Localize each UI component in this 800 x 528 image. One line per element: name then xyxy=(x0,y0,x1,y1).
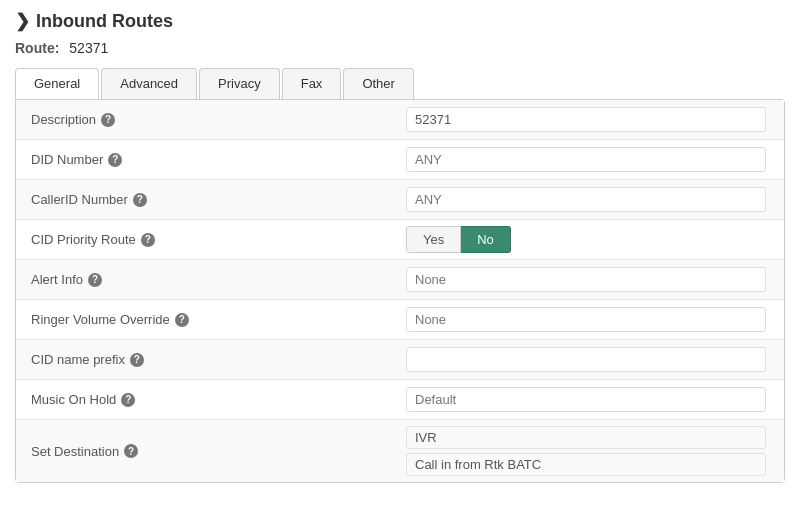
tabs-bar: General Advanced Privacy Fax Other xyxy=(15,68,785,99)
field-row-description: Description ? xyxy=(16,100,784,140)
help-icon-cid-priority-route[interactable]: ? xyxy=(141,233,155,247)
field-value-set-destination: IVR Call in from Rtk BATC xyxy=(396,420,784,482)
field-label-description: Description ? xyxy=(16,104,396,135)
field-label-callerid-number: CallerID Number ? xyxy=(16,184,396,215)
field-label-set-destination: Set Destination ? xyxy=(16,436,396,467)
field-label-alert-info: Alert Info ? xyxy=(16,264,396,295)
toggle-yes-button[interactable]: Yes xyxy=(406,226,461,253)
destination-box: IVR Call in from Rtk BATC xyxy=(406,426,774,476)
label-text-did-number: DID Number xyxy=(31,152,103,167)
field-value-cid-name-prefix xyxy=(396,341,784,378)
field-row-alert-info: Alert Info ? xyxy=(16,260,784,300)
page-heading-text: Inbound Routes xyxy=(36,11,173,32)
label-text-callerid-number: CallerID Number xyxy=(31,192,128,207)
field-value-ringer-volume-override xyxy=(396,301,784,338)
help-icon-description[interactable]: ? xyxy=(101,113,115,127)
field-row-cid-name-prefix: CID name prefix ? xyxy=(16,340,784,380)
route-value: 52371 xyxy=(69,40,108,56)
input-description[interactable] xyxy=(406,107,766,132)
input-cid-name-prefix[interactable] xyxy=(406,347,766,372)
field-row-cid-priority-route: CID Priority Route ? Yes No xyxy=(16,220,784,260)
field-row-callerid-number: CallerID Number ? xyxy=(16,180,784,220)
page-container: ❯ Inbound Routes Route: 52371 General Ad… xyxy=(0,0,800,493)
field-row-set-destination: Set Destination ? IVR Call in from Rtk B… xyxy=(16,420,784,482)
input-alert-info[interactable] xyxy=(406,267,766,292)
field-row-did-number: DID Number ? xyxy=(16,140,784,180)
field-row-ringer-volume-override: Ringer Volume Override ? xyxy=(16,300,784,340)
field-value-cid-priority-route: Yes No xyxy=(396,220,784,259)
destination-row-call-in: Call in from Rtk BATC xyxy=(406,453,766,476)
label-text-ringer-volume-override: Ringer Volume Override xyxy=(31,312,170,327)
label-text-alert-info: Alert Info xyxy=(31,272,83,287)
help-icon-ringer-volume-override[interactable]: ? xyxy=(175,313,189,327)
help-icon-set-destination[interactable]: ? xyxy=(124,444,138,458)
destination-row-ivr: IVR xyxy=(406,426,766,449)
help-icon-callerid-number[interactable]: ? xyxy=(133,193,147,207)
toggle-no-button[interactable]: No xyxy=(461,226,511,253)
label-text-cid-name-prefix: CID name prefix xyxy=(31,352,125,367)
field-label-did-number: DID Number ? xyxy=(16,144,396,175)
input-callerid-number[interactable] xyxy=(406,187,766,212)
input-did-number[interactable] xyxy=(406,147,766,172)
help-icon-did-number[interactable]: ? xyxy=(108,153,122,167)
field-value-description xyxy=(396,101,784,138)
label-text-cid-priority-route: CID Priority Route xyxy=(31,232,136,247)
tab-privacy[interactable]: Privacy xyxy=(199,68,280,99)
field-row-music-on-hold: Music On Hold ? xyxy=(16,380,784,420)
help-icon-alert-info[interactable]: ? xyxy=(88,273,102,287)
field-value-alert-info xyxy=(396,261,784,298)
field-label-music-on-hold: Music On Hold ? xyxy=(16,384,396,415)
field-label-cid-name-prefix: CID name prefix ? xyxy=(16,344,396,375)
input-music-on-hold[interactable] xyxy=(406,387,766,412)
tab-general[interactable]: General xyxy=(15,68,99,99)
page-title: ❯ Inbound Routes xyxy=(15,10,785,32)
label-text-music-on-hold: Music On Hold xyxy=(31,392,116,407)
help-icon-music-on-hold[interactable]: ? xyxy=(121,393,135,407)
field-value-music-on-hold xyxy=(396,381,784,418)
label-text-set-destination: Set Destination xyxy=(31,444,119,459)
field-label-cid-priority-route: CID Priority Route ? xyxy=(16,224,396,255)
help-icon-cid-name-prefix[interactable]: ? xyxy=(130,353,144,367)
tab-other[interactable]: Other xyxy=(343,68,414,99)
field-value-callerid-number xyxy=(396,181,784,218)
cid-priority-toggle: Yes No xyxy=(406,226,774,253)
field-label-ringer-volume-override: Ringer Volume Override ? xyxy=(16,304,396,335)
input-ringer-volume-override[interactable] xyxy=(406,307,766,332)
field-value-did-number xyxy=(396,141,784,178)
form-container: Description ? DID Number ? CallerID Numb… xyxy=(15,99,785,483)
label-text-description: Description xyxy=(31,112,96,127)
tab-fax[interactable]: Fax xyxy=(282,68,342,99)
arrow-icon: ❯ xyxy=(15,10,30,32)
route-info: Route: 52371 xyxy=(15,40,785,56)
tab-advanced[interactable]: Advanced xyxy=(101,68,197,99)
route-label: Route: xyxy=(15,40,59,56)
